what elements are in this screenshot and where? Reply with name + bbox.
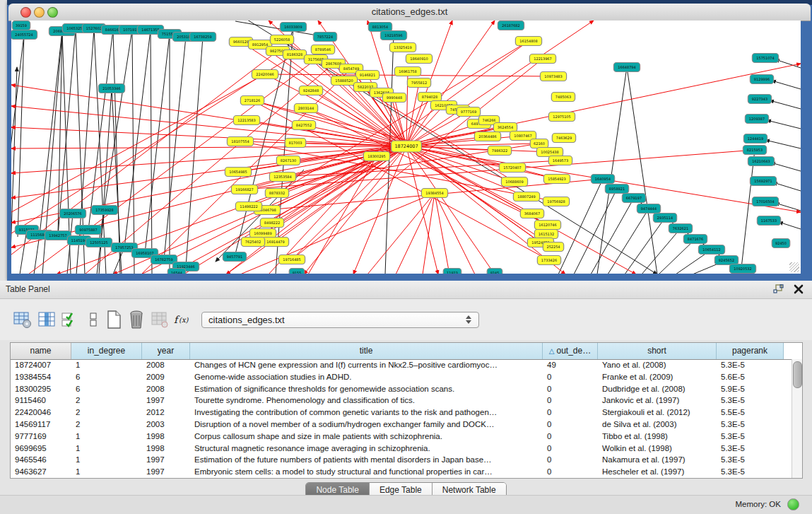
table-cell[interactable]: 1998 xyxy=(142,443,190,455)
table-cell[interactable]: 9465546 xyxy=(11,455,71,467)
graph-node[interactable]: 9990448 xyxy=(382,93,406,103)
graph-node[interactable]: 18807249 xyxy=(513,192,539,201)
graph-node[interactable]: 21053346 xyxy=(98,84,124,93)
table-cell[interactable]: 0 xyxy=(543,431,598,443)
table-row[interactable]: 977716911998Corpus callosum shape and si… xyxy=(11,431,802,443)
table-cell[interactable]: 6 xyxy=(71,384,142,396)
table-cell[interactable]: 1997 xyxy=(142,467,190,479)
close-panel-icon[interactable] xyxy=(794,284,804,294)
graph-node[interactable]: 9227343 xyxy=(748,95,771,104)
graph-node[interactable]: 8471676 xyxy=(683,235,707,244)
table-row[interactable]: 946362711997Embryonic stem cells: a mode… xyxy=(11,467,802,479)
graph-edge[interactable] xyxy=(597,67,627,274)
table-cell[interactable]: 9463627 xyxy=(11,467,71,479)
graph-edge[interactable] xyxy=(741,150,755,274)
table-cell[interactable]: 1 xyxy=(71,455,142,467)
graph-node[interactable]: 7955812 xyxy=(407,78,430,88)
import-table-icon[interactable] xyxy=(150,309,170,330)
graph-node[interactable]: 15854923 xyxy=(543,175,570,184)
graph-node[interactable]: 19716485 xyxy=(278,255,305,264)
column-header-year[interactable]: year xyxy=(142,343,190,359)
graph-node[interactable]: 26187682 xyxy=(498,21,524,30)
table-cell[interactable]: 2 xyxy=(71,395,142,407)
table-cell[interactable]: Yano et al. (2008) xyxy=(598,360,717,372)
graph-edge[interactable] xyxy=(58,28,76,235)
table-cell[interactable]: 5.3E-5 xyxy=(717,395,784,407)
graph-node[interactable]: 8878332 xyxy=(265,189,288,198)
table-cell[interactable]: 1 xyxy=(71,431,142,443)
column-header-title[interactable]: title xyxy=(190,343,543,359)
graph-node[interactable]: 8958921 xyxy=(605,185,628,194)
graph-edge[interactable] xyxy=(11,106,406,146)
table-cell[interactable]: 49 xyxy=(543,360,598,372)
graph-edge[interactable] xyxy=(435,193,475,274)
table-cell[interactable]: 2009 xyxy=(142,372,190,384)
table-cell[interactable]: 18300295 xyxy=(11,384,71,396)
table-cell[interactable]: Wolkin et al. (1998) xyxy=(598,443,717,455)
table-cell[interactable]: 5.3E-5 xyxy=(717,467,784,479)
table-cell[interactable]: 2003 xyxy=(142,419,190,431)
table-cell[interactable]: Jankovic et al. (1997) xyxy=(598,395,717,407)
graph-node[interactable]: 16961758 xyxy=(394,67,420,76)
resize-grip[interactable] xyxy=(789,262,799,272)
table-cell[interactable]: Dudbridge et al. (2008) xyxy=(598,384,717,396)
table-cell[interactable]: 5.3E-5 xyxy=(717,443,784,455)
table-cell[interactable]: 5.3E-5 xyxy=(717,455,784,467)
graph-node[interactable]: 2803144 xyxy=(294,104,317,113)
graph-edge[interactable] xyxy=(151,30,152,274)
graph-edge[interactable] xyxy=(625,218,665,274)
graph-node[interactable]: 1615132 xyxy=(534,230,558,239)
column-header-pagerank[interactable]: pagerank xyxy=(717,343,784,359)
graph-node[interactable]: 16648794 xyxy=(613,63,640,72)
table-cell[interactable]: 9777169 xyxy=(11,431,71,443)
graph-node[interactable]: 90975887 xyxy=(75,226,101,235)
graph-node[interactable]: 7625402 xyxy=(241,238,264,247)
graph-node[interactable]: 252254 xyxy=(543,243,563,252)
table-row[interactable]: 1456911722003Disruption of a novel membe… xyxy=(11,419,802,431)
graph-node[interactable]: 9474444 xyxy=(637,204,660,214)
graph-edge[interactable] xyxy=(11,67,17,274)
graph-node[interactable]: 15888520 xyxy=(331,76,357,86)
table-cell[interactable]: 0 xyxy=(543,455,598,467)
graph-node[interactable]: 7485063 xyxy=(551,93,575,102)
graph-node[interactable]: 1244419 xyxy=(743,134,767,144)
table-cell[interactable]: 5.3E-5 xyxy=(717,431,784,443)
graph-node[interactable]: 9777169 xyxy=(457,107,480,117)
table-cell[interactable]: 1 xyxy=(71,467,142,479)
window-titlebar[interactable]: citations_edges.txt xyxy=(8,4,811,21)
graph-edge[interactable] xyxy=(642,228,681,274)
graph-edge[interactable] xyxy=(771,163,801,171)
graph-node[interactable]: 12505125 xyxy=(86,238,112,247)
table-cell[interactable]: 0 xyxy=(543,395,598,407)
column-header-name[interactable]: name xyxy=(11,343,71,359)
table-cell[interactable]: 5.5E-5 xyxy=(717,407,784,419)
graph-node[interactable]: 7857224 xyxy=(313,33,336,42)
graph-edge[interactable] xyxy=(276,27,293,274)
table-row[interactable]: 1830029562008Estimation of significance … xyxy=(11,384,802,396)
graph-node[interactable]: 16914479 xyxy=(262,238,288,247)
graph-edge[interactable] xyxy=(659,239,695,274)
graph-node[interactable]: 18300295 xyxy=(363,152,389,161)
vertical-scrollbar[interactable] xyxy=(792,359,802,478)
table-settings-icon[interactable] xyxy=(13,309,33,330)
graph-node[interactable]: 22420046 xyxy=(252,70,278,79)
graph-node[interactable]: 15692971 xyxy=(750,177,776,186)
graph-node[interactable]: 20364486 xyxy=(474,132,500,141)
table-cell[interactable]: 5.3E-5 xyxy=(717,360,784,372)
graph-node[interactable]: 8813054 xyxy=(368,23,392,32)
table-cell[interactable]: Embryonic stem cells: a model to study s… xyxy=(190,467,543,479)
table-cell[interactable]: 6 xyxy=(71,372,142,384)
table-cell[interactable]: Disruption of a novel member of a sodium… xyxy=(190,419,543,431)
graph-node[interactable]: 11923 xyxy=(443,269,461,274)
graph-node[interactable]: 6679197 xyxy=(622,194,645,203)
graph-node[interactable]: 9245 xyxy=(487,269,502,274)
table-cell[interactable]: 19384554 xyxy=(11,372,71,384)
table-row[interactable]: 969969511998Structural magnetic resonanc… xyxy=(11,443,802,455)
graph-node[interactable]: 9457791 xyxy=(223,252,246,262)
graph-edge[interactable] xyxy=(308,156,377,274)
table-cell[interactable]: Nakamura et al. (1997) xyxy=(598,455,717,467)
network-canvas[interactable]: 1872400718300295193845542242004692428482… xyxy=(11,21,801,274)
table-cell[interactable]: Hescheler et al. (1997) xyxy=(598,467,717,479)
column-header-short[interactable]: short xyxy=(598,343,717,359)
float-panel-icon[interactable] xyxy=(773,284,784,294)
